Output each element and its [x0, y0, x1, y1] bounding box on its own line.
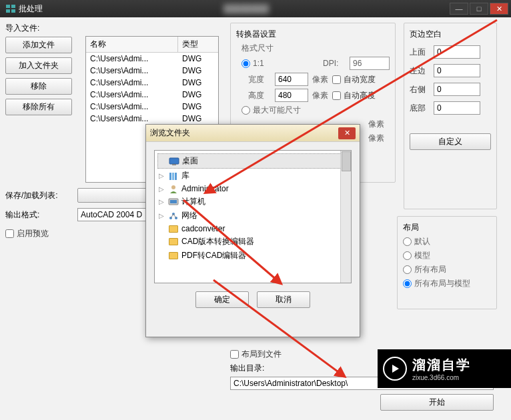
svg-rect-1	[11, 5, 15, 8]
layout-all-model[interactable]: 所有布局与模型	[403, 278, 470, 289]
margin-bottom-input[interactable]: 0	[434, 101, 480, 115]
desktop-icon	[169, 157, 179, 166]
margin-left-input[interactable]: 0	[434, 64, 480, 77]
titlebar: 批处理 ████████ — □ ✕	[0, 0, 511, 17]
table-row[interactable]: C:\Users\Admi...DWG	[86, 101, 218, 113]
dpi-label: DPI:	[323, 59, 346, 68]
tree-scrollbar[interactable]	[340, 151, 351, 283]
svg-rect-8	[175, 173, 177, 180]
table-row[interactable]: C:\Users\Admi...DWG	[86, 89, 218, 101]
svg-rect-6	[169, 173, 171, 180]
width-label: 宽度	[248, 74, 271, 85]
width-input[interactable]: 640	[275, 73, 308, 86]
svg-rect-11	[170, 200, 177, 203]
auto-height-checkbox[interactable]: 自动高度	[332, 90, 376, 101]
folder-icon	[168, 224, 179, 233]
height-input[interactable]: 480	[275, 89, 308, 102]
svg-rect-2	[6, 9, 10, 13]
size-label: 格式尺寸	[241, 43, 390, 54]
svg-rect-3	[11, 9, 15, 13]
browse-folder-dialog: 浏览文件夹 ✕ 桌面▷库▷Administrator▷计算机▷网络cadconv…	[145, 124, 360, 337]
remove-all-button[interactable]: 移除所有	[5, 99, 72, 115]
play-icon	[383, 357, 407, 381]
folder-tree[interactable]: 桌面▷库▷Administrator▷计算机▷网络cadconveterCAD版…	[154, 150, 352, 283]
blurred-title: ████████	[43, 4, 450, 13]
tree-item[interactable]: ▷网络	[157, 209, 348, 223]
layout-group: 布局 默认 模型 所有布局 所有布局与模型	[397, 216, 497, 309]
add-file-button[interactable]: 添加文件	[5, 37, 72, 53]
maximize-button[interactable]: □	[470, 3, 488, 15]
dpi-select[interactable]: 96	[350, 57, 390, 70]
network-icon	[168, 211, 179, 221]
cancel-button[interactable]: 取消	[257, 291, 310, 308]
save-load-label: 保存/加载列表:	[5, 190, 72, 201]
layout-to-file-checkbox[interactable]: 布局到文件	[230, 349, 282, 360]
watermark: 溜溜自学 zixue.3d66.com	[378, 349, 511, 388]
remove-button[interactable]: 移除	[5, 78, 72, 95]
tree-item[interactable]: ▷计算机	[157, 195, 348, 209]
app-icon	[5, 4, 16, 13]
close-button[interactable]: ✕	[490, 3, 508, 15]
margin-right-input[interactable]: 0	[434, 83, 480, 96]
lib-icon	[168, 171, 179, 181]
table-row[interactable]: C:\Users\Admi...DWG	[86, 53, 218, 65]
col-type[interactable]: 类型	[178, 37, 218, 52]
margin-top-input[interactable]: 0	[434, 45, 480, 59]
tree-item[interactable]: PDF转CAD编辑器	[157, 249, 348, 263]
margins-group: 页边空白 上面0 左边0 右侧0 底部0 自定义	[404, 23, 497, 209]
svg-rect-5	[172, 164, 176, 165]
svg-line-16	[173, 214, 176, 218]
window-title: 批处理	[19, 3, 43, 15]
layout-title: 布局	[403, 222, 491, 233]
user-icon	[168, 184, 179, 193]
custom-margin-button[interactable]: 自定义	[410, 133, 491, 150]
dialog-title: 浏览文件夹	[150, 127, 338, 139]
layout-model[interactable]: 模型	[403, 250, 430, 261]
tree-item[interactable]: 桌面	[157, 153, 348, 169]
tree-item[interactable]: ▷Administrator	[157, 183, 348, 195]
table-row[interactable]: C:\Users\Admi...DWG	[86, 65, 218, 77]
svg-point-9	[171, 185, 175, 189]
svg-rect-0	[6, 5, 10, 8]
folder-icon	[168, 237, 179, 247]
add-folder-button[interactable]: 加入文件夹	[5, 57, 72, 74]
table-row[interactable]: C:\Users\Admi...DWG	[86, 113, 218, 125]
import-label: 导入文件:	[5, 23, 225, 34]
auto-width-checkbox[interactable]: 自动宽度	[332, 74, 376, 85]
layout-default[interactable]: 默认	[403, 236, 430, 247]
tree-item[interactable]: ▷库	[157, 169, 348, 183]
ok-button[interactable]: 确定	[195, 291, 249, 308]
folder-icon	[168, 251, 179, 261]
start-button[interactable]: 开始	[380, 394, 494, 411]
svg-rect-4	[169, 158, 179, 164]
output-format-label: 输出格式:	[5, 209, 72, 221]
dialog-close-button[interactable]: ✕	[338, 127, 356, 139]
converter-title: 转换器设置	[236, 29, 390, 40]
svg-rect-7	[172, 173, 174, 180]
margins-title: 页边空白	[410, 29, 491, 40]
svg-marker-17	[392, 365, 399, 373]
computer-icon	[168, 197, 179, 207]
height-label: 高度	[248, 90, 271, 101]
max-dim-radio[interactable]: 最大可能尺寸	[241, 105, 301, 116]
tree-item[interactable]: cadconveter	[157, 223, 348, 235]
minimize-button[interactable]: —	[450, 3, 468, 15]
tree-item[interactable]: CAD版本转换编辑器	[157, 235, 348, 249]
enable-preview-checkbox[interactable]: 启用预览	[5, 228, 49, 239]
table-row[interactable]: C:\Users\Admi...DWG	[86, 77, 218, 89]
ratio-radio[interactable]: 1:1	[241, 59, 264, 68]
col-name[interactable]: 名称	[86, 37, 178, 52]
layout-all[interactable]: 所有布局	[403, 264, 446, 275]
svg-line-15	[171, 214, 173, 218]
